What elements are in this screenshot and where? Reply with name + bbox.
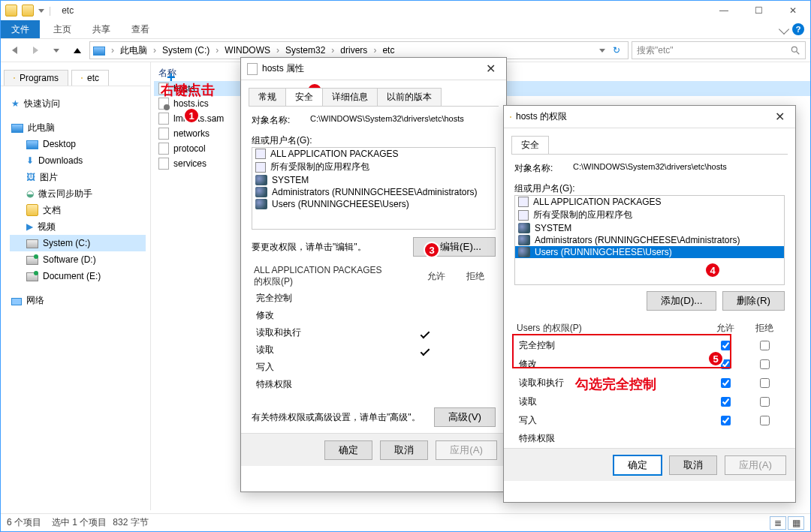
forward-button[interactable] xyxy=(26,41,44,59)
tab-share[interactable]: 共享 xyxy=(82,20,121,38)
deny-checkbox[interactable] xyxy=(760,359,770,369)
allow-checkbox[interactable] xyxy=(721,378,731,388)
object-name-value: C:\WINDOWS\System32\drivers\etc\hosts xyxy=(310,114,464,127)
panel-tab-programs[interactable]: Programs xyxy=(4,70,68,86)
check-icon xyxy=(421,329,430,338)
ribbon-tabs: 文件 主页 共享 查看 ? xyxy=(1,20,810,38)
tree-drive-d[interactable]: Software (D:) xyxy=(10,251,146,268)
panel-tab-etc[interactable]: etc xyxy=(71,70,109,86)
maximize-button[interactable]: ☐ xyxy=(741,1,776,20)
deny-checkbox[interactable] xyxy=(760,341,770,350)
prop-tab-security[interactable]: 安全 xyxy=(285,88,323,106)
tab-view[interactable]: 查看 xyxy=(121,20,160,38)
search-box[interactable]: 搜索"etc" xyxy=(632,41,806,59)
tree-this-pc[interactable]: 此电脑 xyxy=(10,119,146,136)
tree-desktop[interactable]: Desktop xyxy=(10,136,146,152)
status-size: 832 字节 xyxy=(113,516,148,529)
tree-drive-e[interactable]: Document (E:) xyxy=(10,268,146,284)
group-item[interactable]: ALL APPLICATION PACKAGES xyxy=(515,196,784,208)
apply-button[interactable]: 应用(A) xyxy=(725,455,786,475)
ribbon-collapse-icon[interactable] xyxy=(779,24,789,35)
breadcrumb-pc-icon xyxy=(93,47,105,56)
dialog-close-button[interactable]: ✕ xyxy=(770,110,789,124)
package-icon xyxy=(255,149,266,159)
group-item[interactable]: ALL APPLICATION PACKAGES xyxy=(252,148,495,160)
add-user-button[interactable]: 添加(D)... xyxy=(647,291,717,311)
advanced-button[interactable]: 高级(V) xyxy=(434,407,496,427)
prop-tab-previous[interactable]: 以前的版本 xyxy=(377,88,442,106)
close-button[interactable]: ✕ xyxy=(776,1,810,20)
breadcrumb[interactable]: 此电脑 xyxy=(120,44,147,57)
group-item[interactable]: SYSTEM xyxy=(515,222,784,234)
tree-network[interactable]: 网络 xyxy=(10,292,146,308)
qat-folder-icon[interactable] xyxy=(22,5,34,17)
allow-checkbox[interactable] xyxy=(721,416,731,425)
back-button[interactable] xyxy=(5,41,23,59)
group-item[interactable]: Users (RUNNINGCHEESE\Users) xyxy=(252,198,495,210)
refresh-button[interactable]: ↻ xyxy=(608,45,625,56)
tree-documents[interactable]: 文档 xyxy=(10,202,146,218)
ok-button[interactable]: 确定 xyxy=(324,440,372,460)
app-folder-icon xyxy=(5,5,17,17)
prop-tab-general[interactable]: 常规 xyxy=(249,88,286,106)
file-icon xyxy=(158,128,169,140)
file-icon xyxy=(247,63,258,75)
group-item-selected[interactable]: Users (RUNNINGCHEESE\Users) xyxy=(515,246,784,258)
status-bar: 6 个项目 选中 1 个项目 832 字节 ≣ ▦ xyxy=(1,513,810,531)
group-item[interactable]: SYSTEM xyxy=(252,174,495,186)
breadcrumb[interactable]: WINDOWS xyxy=(225,45,270,56)
breadcrumb[interactable]: etc xyxy=(382,45,394,56)
up-button[interactable] xyxy=(68,41,86,59)
folder-icon xyxy=(510,116,511,118)
dialog-title: hosts 的权限 xyxy=(516,110,567,123)
address-dropdown-icon[interactable] xyxy=(599,49,605,53)
deny-checkbox[interactable] xyxy=(760,416,770,425)
deny-checkbox[interactable] xyxy=(760,397,770,407)
group-item[interactable]: 所有受限制的应用程序包 xyxy=(252,160,495,174)
advanced-hint: 有关特殊权限或高级设置，请单击"高级"。 xyxy=(252,411,421,424)
prop-tab-details[interactable]: 详细信息 xyxy=(322,88,378,106)
ok-button[interactable]: 确定 xyxy=(614,455,662,475)
search-icon xyxy=(790,45,800,56)
tab-file[interactable]: 文件 xyxy=(1,20,40,38)
apply-button[interactable]: 应用(A) xyxy=(436,440,497,460)
tree-pictures[interactable]: 🖼图片 xyxy=(10,169,146,185)
object-name-label: 对象名称: xyxy=(252,114,310,127)
dialog-titlebar: hosts 的权限 ✕ xyxy=(504,106,795,128)
annotation-badge-4: 4 xyxy=(704,262,721,278)
tree-sync[interactable]: ◒微云同步助手 xyxy=(10,185,146,202)
breadcrumb[interactable]: System (C:) xyxy=(162,45,210,56)
tree-drive-c[interactable]: System (C:) xyxy=(10,235,146,251)
groups-list[interactable]: ALL APPLICATION PACKAGES 所有受限制的应用程序包 SYS… xyxy=(514,195,785,285)
allow-checkbox[interactable] xyxy=(721,397,731,407)
dialog-close-button[interactable]: ✕ xyxy=(481,62,500,76)
qat-dropdown-icon[interactable] xyxy=(38,9,44,13)
breadcrumb[interactable]: drivers xyxy=(340,45,367,56)
view-icons-icon[interactable]: ▦ xyxy=(788,516,804,530)
group-item[interactable]: Administrators (RUNNINGCHEESE\Administra… xyxy=(252,186,495,198)
history-dropdown[interactable] xyxy=(47,41,65,59)
tab-home[interactable]: 主页 xyxy=(43,20,82,38)
deny-checkbox[interactable] xyxy=(760,378,770,388)
minimize-button[interactable]: — xyxy=(707,1,741,20)
dialog-title: hosts 属性 xyxy=(262,62,304,75)
view-details-icon[interactable]: ≣ xyxy=(770,516,786,530)
status-count: 6 个项目 xyxy=(7,516,41,529)
nav-pane: Programs etc ★快速访问 此电脑 Desktop ⬇Download… xyxy=(1,62,151,510)
remove-user-button[interactable]: 删除(R) xyxy=(722,291,785,311)
cancel-button[interactable]: 取消 xyxy=(380,440,428,460)
tree-quick-access[interactable]: ★快速访问 xyxy=(10,95,146,112)
annotation-fullcontrol: 勾选完全控制 xyxy=(575,375,656,393)
tree-downloads[interactable]: ⬇Downloads xyxy=(10,152,146,169)
group-item[interactable]: Administrators (RUNNINGCHEESE\Administra… xyxy=(515,234,784,246)
users-icon xyxy=(518,235,530,245)
perm-tab-security[interactable]: 安全 xyxy=(511,136,549,154)
help-icon[interactable]: ? xyxy=(792,23,804,35)
svg-line-1 xyxy=(797,52,800,55)
cancel-button[interactable]: 取消 xyxy=(669,455,717,475)
group-item[interactable]: 所有受限制的应用程序包 xyxy=(515,208,784,222)
tree-videos[interactable]: ▶视频 xyxy=(10,218,146,235)
groups-list[interactable]: ALL APPLICATION PACKAGES 所有受限制的应用程序包 SYS… xyxy=(252,147,496,230)
svg-point-0 xyxy=(791,47,797,52)
breadcrumb[interactable]: System32 xyxy=(285,45,325,56)
